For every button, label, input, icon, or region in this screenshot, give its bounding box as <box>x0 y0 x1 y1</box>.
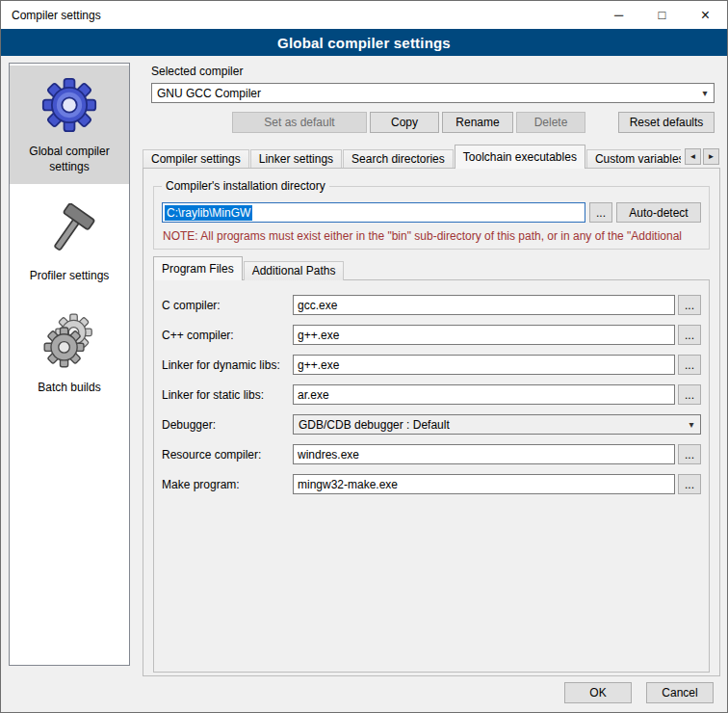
hammer-icon <box>42 203 96 257</box>
window-title: Compiler settings <box>1 9 101 22</box>
reset-defaults-button[interactable]: Reset defaults <box>618 112 715 133</box>
program-files-page: C compiler: ... C++ compiler: ... Linker… <box>153 279 710 673</box>
dialog-header-title: Global compiler settings <box>277 35 451 51</box>
set-as-default-button[interactable]: Set as default <box>232 112 367 133</box>
installation-directory-group-title: Compiler's installation directory <box>162 179 329 193</box>
subtab-additional-paths[interactable]: Additional Paths <box>244 261 345 280</box>
selected-compiler-value: GNU GCC Compiler <box>157 87 261 100</box>
cpp-compiler-browse-button[interactable]: ... <box>678 325 701 345</box>
static-linker-input[interactable] <box>293 384 675 405</box>
compiler-settings-window: Compiler settings ─ □ × Global compiler … <box>0 0 728 713</box>
close-icon: × <box>701 7 710 24</box>
make-program-label: Make program: <box>162 478 293 491</box>
subtab-program-files[interactable]: Program Files <box>153 256 243 280</box>
tab-scroll-right-button[interactable]: ► <box>703 148 719 165</box>
copy-button[interactable]: Copy <box>370 112 439 133</box>
compiler-actions-row: Set as default Copy Rename Delete Reset … <box>151 112 715 133</box>
dialog-footer: OK Cancel <box>564 682 714 703</box>
tab-scroll-left-icon: ◄ <box>689 152 697 161</box>
debugger-row: Debugger: GDB/CDB debugger : Default ▾ <box>162 414 701 435</box>
static-linker-browse-button[interactable]: ... <box>678 384 701 405</box>
settings-tabstrip: Compiler settings Linker settings Search… <box>143 145 720 169</box>
close-button[interactable]: × <box>684 1 727 29</box>
debugger-dropdown[interactable]: GDB/CDB debugger : Default ▾ <box>293 414 701 435</box>
sidebar-item-label: Profiler settings <box>30 269 110 284</box>
selected-compiler-label: Selected compiler <box>151 65 721 78</box>
cpp-compiler-label: C++ compiler: <box>162 329 293 342</box>
static-linker-label: Linker for static libs: <box>162 388 293 402</box>
c-compiler-row: C compiler: ... <box>162 295 701 315</box>
dialog-header: Global compiler settings <box>1 29 727 56</box>
chevron-down-icon: ▾ <box>683 419 700 430</box>
settings-category-sidebar: Global compiler settings Profiler settin… <box>9 63 130 666</box>
sidebar-item-batch-builds[interactable]: Batch builds <box>10 302 129 406</box>
debugger-label: Debugger: <box>162 418 293 432</box>
dynamic-linker-label: Linker for dynamic libs: <box>162 358 293 372</box>
c-compiler-browse-button[interactable]: ... <box>678 295 701 315</box>
static-linker-row: Linker for static libs: ... <box>162 384 701 405</box>
sidebar-item-label: Global compiler settings <box>13 145 125 174</box>
auto-detect-button[interactable]: Auto-detect <box>616 202 701 223</box>
gear-blue-icon <box>41 77 97 133</box>
sidebar-item-label: Batch builds <box>38 381 100 396</box>
minimize-button[interactable]: ─ <box>597 1 640 29</box>
maximize-icon: □ <box>659 8 666 22</box>
installation-directory-row: C:\raylib\MinGW ... Auto-detect <box>162 202 701 223</box>
rename-button[interactable]: Rename <box>442 112 513 133</box>
installation-directory-value: C:\raylib\MinGW <box>165 205 252 221</box>
maximize-button[interactable]: □ <box>640 1 684 29</box>
bin-subdirectory-note: NOTE: All programs must exist either in … <box>163 229 700 243</box>
tab-custom-variables[interactable]: Custom variables <box>586 149 693 169</box>
tab-compiler-settings[interactable]: Compiler settings <box>143 149 249 169</box>
titlebar: Compiler settings ─ □ × <box>1 1 727 29</box>
selected-compiler-dropdown[interactable]: GNU GCC Compiler ▾ <box>151 83 715 103</box>
executables-subtabstrip: Program Files Additional Paths <box>153 257 710 280</box>
sidebar-item-profiler-settings[interactable]: Profiler settings <box>10 192 129 294</box>
ok-button[interactable]: OK <box>564 682 632 703</box>
cancel-button[interactable]: Cancel <box>646 682 714 703</box>
dynamic-linker-row: Linker for dynamic libs: ... <box>162 355 701 375</box>
window-controls: ─ □ × <box>597 1 727 29</box>
dynamic-linker-input[interactable] <box>293 355 675 375</box>
delete-button[interactable]: Delete <box>516 112 585 133</box>
tab-scroll-right-icon: ► <box>708 152 715 161</box>
c-compiler-label: C compiler: <box>162 299 293 312</box>
tab-linker-settings[interactable]: Linker settings <box>250 149 342 169</box>
tab-search-directories[interactable]: Search directories <box>343 149 454 169</box>
minimize-icon: ─ <box>614 8 623 22</box>
debugger-value: GDB/CDB debugger : Default <box>299 418 450 432</box>
cpp-compiler-input[interactable] <box>293 325 675 345</box>
resource-compiler-row: Resource compiler: ... <box>162 444 701 464</box>
dynamic-linker-browse-button[interactable]: ... <box>678 355 701 375</box>
toolchain-executables-page: Compiler's installation directory C:\ray… <box>143 168 720 676</box>
tab-toolchain-executables[interactable]: Toolchain executables <box>455 145 585 169</box>
make-program-browse-button[interactable]: ... <box>678 474 701 494</box>
sidebar-item-global-compiler-settings[interactable]: Global compiler settings <box>10 66 129 184</box>
make-program-input[interactable] <box>293 474 675 494</box>
installation-directory-group: Compiler's installation directory C:\ray… <box>153 186 710 250</box>
chevron-down-icon: ▾ <box>696 88 714 98</box>
installation-directory-browse-button[interactable]: ... <box>589 202 612 223</box>
c-compiler-input[interactable] <box>293 295 675 315</box>
installation-directory-input[interactable]: C:\raylib\MinGW <box>162 202 585 223</box>
stacked-gears-icon <box>41 313 97 369</box>
resource-compiler-input[interactable] <box>293 444 675 464</box>
cpp-compiler-row: C++ compiler: ... <box>162 325 701 345</box>
make-program-row: Make program: ... <box>162 474 701 494</box>
resource-compiler-label: Resource compiler: <box>162 448 293 462</box>
tab-scroll-left-button[interactable]: ◄ <box>685 148 701 165</box>
resource-compiler-browse-button[interactable]: ... <box>678 444 701 464</box>
main-panel: Selected compiler GNU GCC Compiler ▾ Set… <box>142 61 721 676</box>
tab-scroll-arrows: ◄ ► <box>681 145 720 168</box>
